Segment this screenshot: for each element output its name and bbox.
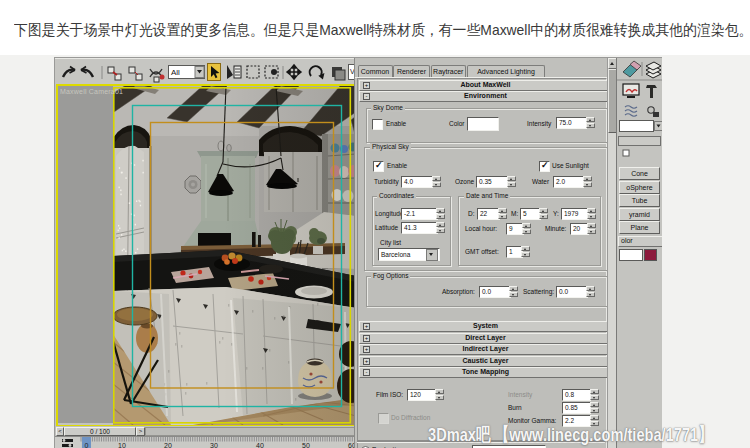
svg-text:0: 0 [85,442,89,448]
svg-text:All: All [171,68,180,77]
svg-text:20: 20 [164,442,172,448]
svg-text:10: 10 [118,442,126,448]
svg-text:50: 50 [302,442,310,448]
svg-text:40: 40 [256,442,264,448]
svg-text:30: 30 [210,442,218,448]
